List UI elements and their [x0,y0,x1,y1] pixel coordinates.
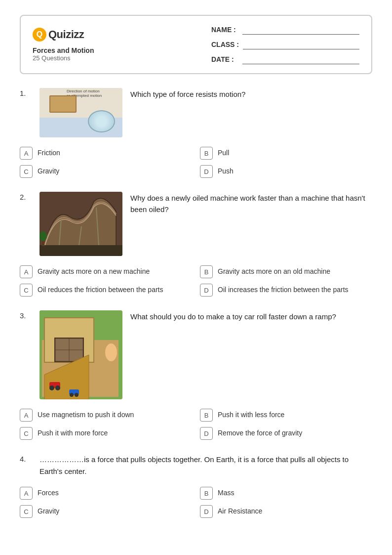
option-letter-1d: D [200,165,213,178]
class-input[interactable] [243,40,359,49]
option-letter-4b: B [200,487,213,500]
logo-icon: Q [33,28,46,42]
question-4: 4. ………………is a force that pulls objects t… [20,454,372,518]
option-letter-3c: C [20,427,33,440]
header-right: NAME : CLASS : DATE : [211,25,359,64]
option-text-3c: Push it with more force [38,427,108,438]
option-letter-4a: A [20,487,33,500]
option-letter-4c: C [20,505,33,518]
question-4-row: 4. ………………is a force that pulls objects t… [20,454,372,477]
option-text-2d: Oil increases the friction between the p… [218,283,349,295]
option-text-1b: Pull [218,146,229,158]
option-3b: B Push it with less force [200,408,372,422]
option-text-4b: Mass [218,486,234,498]
option-1c: C Gravity [20,165,192,178]
option-text-3d: Remove the force of gravity [218,427,302,438]
name-input[interactable] [242,25,359,35]
option-text-2a: Gravity acts more on a new machine [38,265,150,277]
question-3-image [39,310,122,399]
option-letter-3b: B [200,409,213,422]
option-2d: D Oil increases the friction between the… [200,283,372,297]
option-letter-2d: D [200,284,213,297]
option-letter-3a: A [20,409,33,422]
friction-box [49,95,77,113]
svg-point-17 [55,385,60,390]
question-2-options: A Gravity acts more on a new machine B G… [20,265,372,297]
page: Q Quizizz Forces and Motion 25 Questions… [0,0,392,555]
svg-rect-1 [39,245,122,256]
friction-wave [88,110,115,132]
logo-text: Quizizz [48,28,84,41]
option-4b: B Mass [200,486,372,500]
option-letter-3d: D [200,427,213,440]
option-1a: A Friction [20,146,192,160]
svg-point-16 [49,385,54,390]
question-4-num: 4. [20,454,32,463]
option-letter-2a: A [20,265,33,278]
option-1d: D Push [200,165,372,178]
question-1-row: 1. Direction of motionor attempted motio… [20,88,372,137]
question-4-text: ………………is a force that pulls objects toge… [39,454,372,477]
option-text-3a: Use magnetism to push it down [38,408,134,420]
option-letter-4d: D [200,505,213,518]
option-2c: C Oil reduces the friction between the p… [20,283,192,297]
name-field-row: NAME : [211,25,359,35]
option-4a: A Forces [20,486,192,500]
question-2-text: Why does a newly oiled machine work fast… [130,192,372,215]
question-1-num: 1. [20,88,32,97]
date-label: DATE : [211,55,238,63]
question-3-row: 3. [20,310,372,399]
option-3a: A Use magnetism to push it down [20,408,192,422]
question-1-image: Direction of motionor attempted motion [39,88,122,137]
question-4-options: A Forces B Mass C Gravity D Air Resistan… [20,486,372,518]
option-3c: C Push it with more force [20,427,192,440]
date-input[interactable] [242,54,359,64]
svg-point-19 [70,393,74,397]
question-2-image [39,192,122,256]
logo: Q Quizizz [33,28,94,42]
question-1: 1. Direction of motionor attempted motio… [20,88,372,178]
option-text-3b: Push it with less force [218,408,284,420]
option-letter-1a: A [20,147,33,160]
option-2b: B Gravity acts more on an old machine [200,265,372,278]
option-text-1a: Friction [38,146,60,158]
option-2a: A Gravity acts more on a new machine [20,265,192,278]
question-3-options: A Use magnetism to push it down B Push i… [20,408,372,440]
question-2: 2. Why does a newly oiled mach [20,192,372,297]
header-box: Q Quizizz Forces and Motion 25 Questions… [20,15,372,74]
name-label: NAME : [211,26,238,34]
option-letter-1c: C [20,165,33,178]
option-4c: C Gravity [20,505,192,518]
class-field-row: CLASS : [211,40,359,49]
option-4d: D Air Resistance [200,505,372,518]
option-text-4a: Forces [38,486,59,498]
option-text-1c: Gravity [38,165,59,176]
quiz-title: Forces and Motion [33,46,94,54]
svg-point-21 [105,343,117,361]
option-3d: D Remove the force of gravity [200,427,372,440]
question-3-num: 3. [20,310,32,320]
question-2-row: 2. Why does a newly oiled mach [20,192,372,256]
question-3-text: What should you do to make a toy car rol… [130,310,372,323]
toycar-svg [39,310,122,399]
question-1-options: A Friction B Pull C Gravity D Push [20,146,372,178]
option-text-4c: Gravity [38,505,59,516]
rollercoaster-svg [39,192,122,256]
option-letter-2c: C [20,284,33,297]
option-letter-2b: B [200,265,213,278]
option-1b: B Pull [200,146,372,160]
option-text-4d: Air Resistance [218,505,262,516]
question-2-num: 2. [20,192,32,201]
question-3: 3. [20,310,372,440]
option-text-2c: Oil reduces the friction between the par… [38,283,163,295]
friction-visual: Direction of motionor attempted motion [39,88,122,137]
class-label: CLASS : [211,41,239,48]
date-field-row: DATE : [211,54,359,64]
question-1-text: Which type of force resists motion? [130,88,372,100]
option-letter-1b: B [200,147,213,160]
svg-point-20 [75,393,78,397]
option-text-1d: Push [218,165,234,176]
header-left: Q Quizizz Forces and Motion 25 Questions [33,28,94,62]
quiz-count: 25 Questions [33,54,94,62]
option-text-2b: Gravity acts more on an old machine [218,265,330,277]
